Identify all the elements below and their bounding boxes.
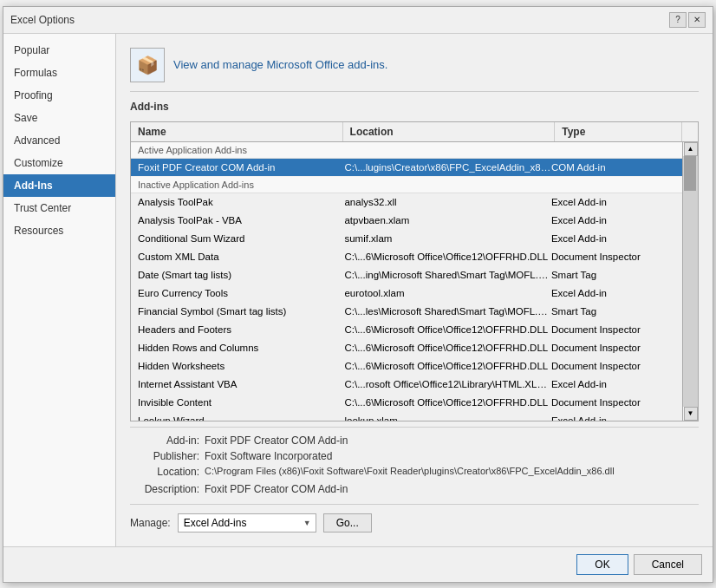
description-value: Foxit PDF Creator COM Add-in bbox=[205, 483, 348, 495]
go-button[interactable]: Go... bbox=[323, 513, 372, 532]
group-inactive: Inactive Application Add-ins bbox=[131, 177, 682, 193]
location-value: C:\Program Files (x86)\Foxit Software\Fo… bbox=[205, 466, 615, 478]
location-label: Location: bbox=[130, 466, 199, 478]
sidebar-item-save[interactable]: Save bbox=[3, 107, 115, 129]
cell-type: COM Add-in bbox=[551, 160, 675, 174]
dialog-body: PopularFormulasProofingSaveAdvancedCusto… bbox=[3, 34, 713, 546]
sidebar: PopularFormulasProofingSaveAdvancedCusto… bbox=[3, 34, 116, 546]
addin-label: Add-in: bbox=[130, 434, 199, 447]
info-description-row: Description: Foxit PDF Creator COM Add-i… bbox=[130, 483, 699, 495]
manage-select[interactable]: Excel Add-ins COM Add-ins Smart Tags Dis… bbox=[178, 513, 316, 532]
group-active: Active Application Add-ins bbox=[131, 142, 682, 159]
sidebar-item-proofing[interactable]: Proofing bbox=[3, 84, 115, 107]
table-body: Active Application Add-ins Foxit PDF Cre… bbox=[131, 142, 682, 421]
scrollbar-thumb[interactable] bbox=[684, 156, 696, 191]
header-text: View and manage Microsoft Office add-ins… bbox=[173, 58, 387, 71]
dialog-title: Excel Options bbox=[10, 14, 75, 26]
table-row[interactable]: Internet Assistant VBA C:\...rosoft Offi… bbox=[131, 376, 682, 394]
scrollbar-track[interactable] bbox=[683, 156, 698, 407]
excel-options-dialog: Excel Options ? ✕ PopularFormulasProofin… bbox=[3, 6, 713, 583]
table-row[interactable]: Euro Currency Tools eurotool.xlam Excel … bbox=[131, 284, 682, 303]
addins-section: Add-ins Name Location Type Active Applic… bbox=[130, 101, 699, 532]
col-scroll bbox=[682, 122, 698, 141]
info-section: Add-in: Foxit PDF Creator COM Add-in Pub… bbox=[130, 427, 699, 495]
cell-name: Foxit PDF Creator COM Add-in bbox=[138, 160, 344, 174]
table-row[interactable]: Hidden Worksheets C:\...6\Microsoft Offi… bbox=[131, 357, 682, 376]
sidebar-item-formulas[interactable]: Formulas bbox=[3, 62, 115, 84]
close-button[interactable]: ✕ bbox=[688, 12, 706, 28]
table-header: Name Location Type bbox=[131, 122, 698, 142]
col-name: Name bbox=[131, 122, 343, 141]
section-title: Add-ins bbox=[130, 101, 699, 113]
sidebar-item-customize[interactable]: Customize bbox=[3, 152, 115, 174]
description-label: Description: bbox=[130, 483, 199, 495]
sidebar-item-trust-center[interactable]: Trust Center bbox=[3, 197, 115, 219]
footer: OK Cancel bbox=[3, 546, 713, 582]
table-row[interactable]: Analysis ToolPak analys32.xll Excel Add-… bbox=[131, 193, 682, 212]
table-row[interactable]: Analysis ToolPak - VBA atpvbaen.xlam Exc… bbox=[131, 212, 682, 230]
scrollbar[interactable]: ▲ ▼ bbox=[682, 142, 698, 421]
manage-label: Manage: bbox=[130, 517, 171, 529]
header-icon: 📦 bbox=[130, 48, 165, 82]
table-row[interactable]: Invisible Content C:\...6\Microsoft Offi… bbox=[131, 394, 682, 412]
table-row[interactable]: Lookup Wizard lookup.xlam Excel Add-in bbox=[131, 412, 682, 421]
title-bar: Excel Options ? ✕ bbox=[3, 7, 713, 34]
ok-button[interactable]: OK bbox=[576, 554, 628, 575]
table-row[interactable]: Headers and Footers C:\...6\Microsoft Of… bbox=[131, 321, 682, 339]
info-publisher-row: Publisher: Foxit Software Incorporated bbox=[130, 450, 699, 462]
scroll-down-btn[interactable]: ▼ bbox=[684, 407, 698, 421]
title-bar-icons: ? ✕ bbox=[669, 12, 706, 28]
main-content: 📦 View and manage Microsoft Office add-i… bbox=[116, 34, 713, 546]
sidebar-item-popular[interactable]: Popular bbox=[3, 39, 115, 62]
manage-row: Manage: Excel Add-ins COM Add-ins Smart … bbox=[130, 504, 699, 532]
publisher-label: Publisher: bbox=[130, 450, 199, 462]
table-row[interactable]: Date (Smart tag lists) C:\...ing\Microso… bbox=[131, 266, 682, 284]
table-row[interactable]: Custom XML Data C:\...6\Microsoft Office… bbox=[131, 248, 682, 266]
publisher-value: Foxit Software Incorporated bbox=[205, 450, 332, 462]
title-bar-left: Excel Options bbox=[10, 14, 75, 26]
addins-table: Name Location Type Active Application Ad… bbox=[130, 121, 699, 421]
manage-select-wrapper: Excel Add-ins COM Add-ins Smart Tags Dis… bbox=[178, 513, 316, 532]
sidebar-item-advanced[interactable]: Advanced bbox=[3, 129, 115, 152]
addin-value: Foxit PDF Creator COM Add-in bbox=[205, 434, 348, 447]
cell-location: C:\...lugins\Creator\x86\FPC_ExcelAddin_… bbox=[344, 160, 550, 174]
sidebar-item-resources[interactable]: Resources bbox=[3, 219, 115, 242]
table-row[interactable]: Foxit PDF Creator COM Add-in C:\...lugin… bbox=[131, 159, 682, 177]
table-row[interactable]: Hidden Rows and Columns C:\...6\Microsof… bbox=[131, 339, 682, 357]
table-row[interactable]: Financial Symbol (Smart tag lists) C:\..… bbox=[131, 303, 682, 321]
cancel-button[interactable]: Cancel bbox=[634, 554, 702, 575]
sidebar-item-add-ins[interactable]: Add-Ins bbox=[3, 174, 115, 197]
content-header: 📦 View and manage Microsoft Office add-i… bbox=[130, 48, 699, 92]
col-location: Location bbox=[343, 122, 556, 141]
table-row[interactable]: Conditional Sum Wizard sumif.xlam Excel … bbox=[131, 230, 682, 248]
scroll-up-btn[interactable]: ▲ bbox=[684, 142, 698, 156]
col-type: Type bbox=[555, 122, 682, 141]
help-button[interactable]: ? bbox=[669, 12, 687, 28]
info-addin-row: Add-in: Foxit PDF Creator COM Add-in bbox=[130, 434, 699, 447]
info-location-row: Location: C:\Program Files (x86)\Foxit S… bbox=[130, 466, 699, 478]
